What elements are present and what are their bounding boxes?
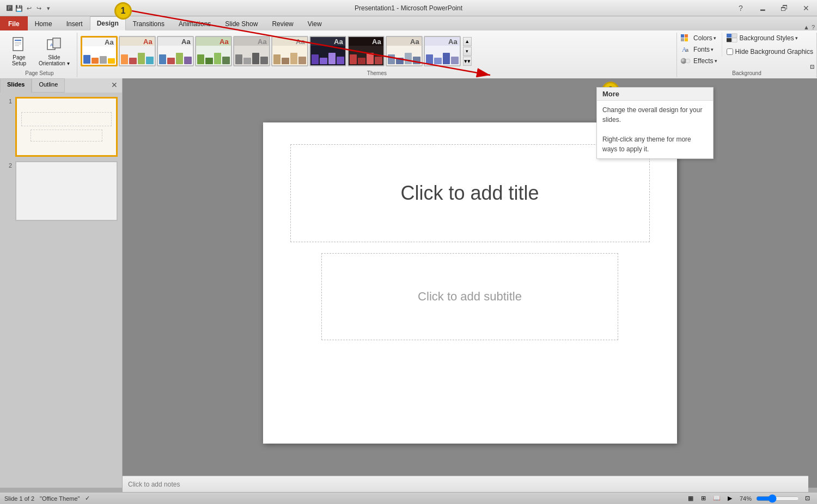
theme-2-header: Aa xyxy=(120,37,155,46)
tab-insert[interactable]: Insert xyxy=(59,16,90,30)
theme-1-bar2 xyxy=(92,58,99,64)
status-bar: Slide 1 of 2 "Office Theme" ✓ ▦ ⊞ 📖 ▶ 74… xyxy=(0,492,817,504)
theme-7-bar2 xyxy=(320,58,327,64)
background-group-label: Background xyxy=(677,70,816,76)
slide-thumbnail-1[interactable]: 1 xyxy=(4,97,118,157)
theme-7-bar3 xyxy=(328,53,336,64)
slideshow-btn[interactable]: ▶ xyxy=(724,494,735,503)
theme-9-bar2 xyxy=(396,58,404,64)
tab-animations[interactable]: Animations xyxy=(172,16,218,30)
themes-group-label: Themes xyxy=(77,70,676,76)
theme-item-2[interactable]: Aa xyxy=(119,36,156,66)
zoom-fit-btn[interactable]: ⊡ xyxy=(802,494,813,503)
tab-view[interactable]: View xyxy=(301,16,329,30)
window-title: Presentation1 - Microsoft PowerPoint xyxy=(355,4,462,12)
theme-8-bar2 xyxy=(358,58,365,64)
svg-rect-11 xyxy=(685,38,688,41)
theme-scroll-up[interactable]: ▲ xyxy=(463,37,472,46)
slides-list: 1 2 xyxy=(0,93,122,488)
minimize-button[interactable]: 🗕 xyxy=(752,0,773,16)
theme-5-bar1 xyxy=(235,54,243,64)
theme-item-10[interactable]: Aa xyxy=(424,36,461,66)
outline-tab[interactable]: Outline xyxy=(32,78,65,93)
reading-view-btn[interactable]: 📖 xyxy=(711,494,722,503)
svg-rect-4 xyxy=(15,45,19,46)
theme-8-bar1 xyxy=(350,54,357,64)
theme-10-header: Aa xyxy=(425,37,460,46)
zoom-slider[interactable] xyxy=(756,495,800,502)
slide-orientation-button[interactable]: A SlideOrientation ▾ xyxy=(35,33,74,69)
close-button[interactable]: ✕ xyxy=(795,0,817,16)
theme-2-bars xyxy=(120,46,155,65)
svg-rect-19 xyxy=(732,38,737,42)
slide-subtitle-placeholder: Click to add subtitle xyxy=(418,290,522,304)
colors-label: Colors xyxy=(693,34,712,42)
status-right: ▦ ⊞ 📖 ▶ 74% ⊡ xyxy=(685,494,813,503)
tab-review[interactable]: Review xyxy=(265,16,300,30)
save-button[interactable]: 💾 xyxy=(14,3,24,13)
theme-item-6[interactable]: Aa xyxy=(271,36,308,66)
restore-button[interactable]: 🗗 xyxy=(773,0,795,16)
theme-item-7[interactable]: Aa xyxy=(309,36,346,66)
ribbon-minimize-btn[interactable]: ▲ xyxy=(803,24,809,30)
theme-5-bar4 xyxy=(260,57,268,64)
qa-dropdown-button[interactable]: ▾ xyxy=(44,3,53,13)
theme-item-3[interactable]: Aa xyxy=(157,36,194,66)
background-styles-dropdown-arrow: ▾ xyxy=(795,35,798,41)
svg-rect-10 xyxy=(681,38,684,41)
theme-3-header: Aa xyxy=(158,37,193,46)
hide-background-checkbox[interactable] xyxy=(727,48,733,55)
hide-background-label: Hide Background Graphics xyxy=(735,48,813,56)
theme-10-bars xyxy=(425,46,460,65)
zoom-percentage: 74% xyxy=(740,495,752,502)
theme-scroll-down[interactable]: ▾ xyxy=(463,47,472,56)
tab-file[interactable]: File xyxy=(0,16,28,30)
theme-more-button[interactable]: ▾▾ xyxy=(463,57,472,66)
tab-transitions[interactable]: Transitions xyxy=(126,16,172,30)
theme-item-8[interactable]: Aa xyxy=(347,36,385,66)
effects-button[interactable]: Effects ▾ xyxy=(680,56,717,66)
colors-dropdown-arrow: ▾ xyxy=(714,35,716,41)
panel-close-button[interactable]: ✕ xyxy=(107,78,122,93)
theme-item-5[interactable]: Aa xyxy=(233,36,270,66)
fonts-button[interactable]: A a Fonts ▾ xyxy=(680,44,717,55)
more-tooltip: More Change the overall design for your … xyxy=(596,87,714,159)
tab-slideshow[interactable]: Slide Show xyxy=(218,16,265,30)
ribbon: File Home Insert Design Transitions Anim… xyxy=(0,16,817,79)
theme-item-9[interactable]: Aa xyxy=(386,36,423,66)
slide-sorter-btn[interactable]: ⊞ xyxy=(698,494,709,503)
help-button[interactable]: ? xyxy=(730,0,752,16)
redo-button[interactable]: ↪ xyxy=(34,3,44,13)
hide-background-graphics-button[interactable]: Hide Background Graphics xyxy=(727,47,813,57)
background-group-expand[interactable]: ⊡ xyxy=(810,64,814,70)
page-setup-button[interactable]: PageSetup xyxy=(5,33,33,69)
theme-1-header: Aa xyxy=(82,38,116,46)
svg-rect-16 xyxy=(727,34,731,38)
theme-item-4[interactable]: Aa xyxy=(195,36,232,66)
theme-7-bar1 xyxy=(312,54,319,64)
tab-home[interactable]: Home xyxy=(28,16,59,30)
theme-9-header: Aa xyxy=(387,37,422,46)
notes-placeholder[interactable]: Click to add notes xyxy=(128,481,180,488)
theme-3-bar4 xyxy=(184,57,192,64)
theme-5-bars xyxy=(234,46,269,65)
theme-item-1[interactable]: Aa xyxy=(81,36,118,66)
slides-tab[interactable]: Slides xyxy=(0,78,32,93)
slide-title-placeholder: Click to add title xyxy=(400,182,539,205)
background-styles-button[interactable]: Background Styles ▾ xyxy=(727,33,813,44)
svg-rect-9 xyxy=(685,34,688,38)
normal-view-btn[interactable]: ▦ xyxy=(685,494,696,503)
slide-title-box[interactable]: Click to add title xyxy=(290,144,650,242)
theme-status: "Office Theme" xyxy=(40,495,80,502)
colors-button[interactable]: Colors ▾ xyxy=(680,33,717,44)
slide-thumbnail-2[interactable]: 2 xyxy=(4,161,118,221)
svg-text:A: A xyxy=(50,42,53,47)
undo-button[interactable]: ↩ xyxy=(24,3,34,13)
slide-1-number: 1 xyxy=(4,98,12,105)
slide-1-content xyxy=(17,99,116,155)
help-icon[interactable]: ? xyxy=(812,24,815,30)
slide-canvas[interactable]: Click to add title Click to add subtitle xyxy=(263,122,677,444)
slide-subtitle-box[interactable]: Click to add subtitle xyxy=(321,253,618,340)
effects-dropdown-arrow: ▾ xyxy=(715,58,717,64)
themes-row: Aa Aa xyxy=(81,36,472,66)
